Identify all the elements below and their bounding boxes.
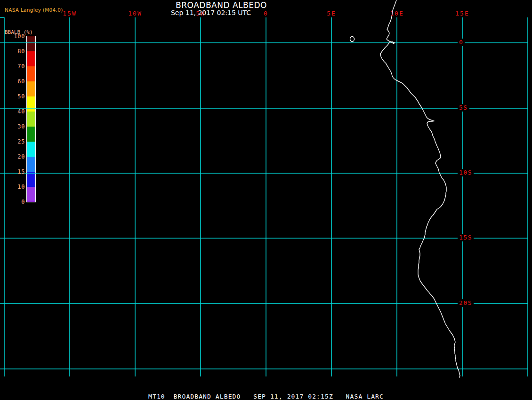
lon-label-5E: 5E	[327, 10, 336, 17]
legend-tick-100: 100	[0, 33, 25, 40]
legend-colorbar	[27, 36, 36, 202]
legend-tick-70: 70	[0, 63, 25, 70]
legend-segment	[27, 157, 35, 172]
lat-lon-grid	[0, 17, 528, 376]
legend-tick-10: 10	[0, 184, 25, 190]
status-bar: MT10 BROADBAND ALBEDO SEP 11, 2017 02:15…	[0, 393, 532, 400]
lat-label-20S: 20S	[458, 299, 474, 307]
lon-label-10E: 10E	[390, 10, 403, 17]
lon-label-0: 0	[264, 10, 268, 17]
legend-segment	[27, 51, 35, 66]
source-label: NASA Langley (M04.0)	[5, 7, 63, 13]
legend-segment	[27, 112, 35, 127]
albedo-map-screen: NASA Langley (M04.0) BROADBAND ALBEDO Se…	[0, 0, 532, 400]
legend-segment	[27, 66, 35, 81]
lat-label-15S: 15S	[458, 234, 474, 241]
coastline	[350, 0, 460, 377]
legend-tick-20: 20	[0, 153, 25, 160]
lat-label-5S: 5S	[458, 104, 469, 112]
legend-tick-25: 25	[0, 138, 25, 145]
legend-tick-30: 30	[0, 123, 25, 130]
legend-tick-80: 80	[0, 48, 25, 55]
legend-tick-50: 50	[0, 93, 25, 100]
legend-tick-60: 60	[0, 78, 25, 85]
legend-tick-40: 40	[0, 108, 25, 115]
lat-label-10S: 10S	[458, 169, 474, 176]
lon-label-15W: 15W	[63, 10, 76, 17]
lon-label-10W: 10W	[128, 10, 142, 17]
legend-segment	[27, 127, 35, 142]
timestamp-subtitle: Sep 11, 2017 02:15 UTC	[171, 9, 251, 16]
africa-west-coastline	[380, 0, 460, 377]
legend-tick-15: 15	[0, 168, 25, 175]
legend-segment	[27, 172, 35, 187]
lon-label-15E: 15E	[455, 10, 469, 17]
map-canvas	[0, 0, 532, 400]
page-title: BROADBAND ALBEDO	[176, 0, 267, 10]
lat-label-0: 0	[458, 39, 465, 46]
legend-segment	[27, 187, 35, 202]
legend-segment	[27, 36, 35, 51]
island-outline	[350, 37, 355, 42]
legend-segment	[27, 142, 35, 157]
legend-tick-0: 0	[0, 199, 25, 205]
legend-segment	[27, 96, 35, 112]
legend-segment	[27, 81, 35, 96]
